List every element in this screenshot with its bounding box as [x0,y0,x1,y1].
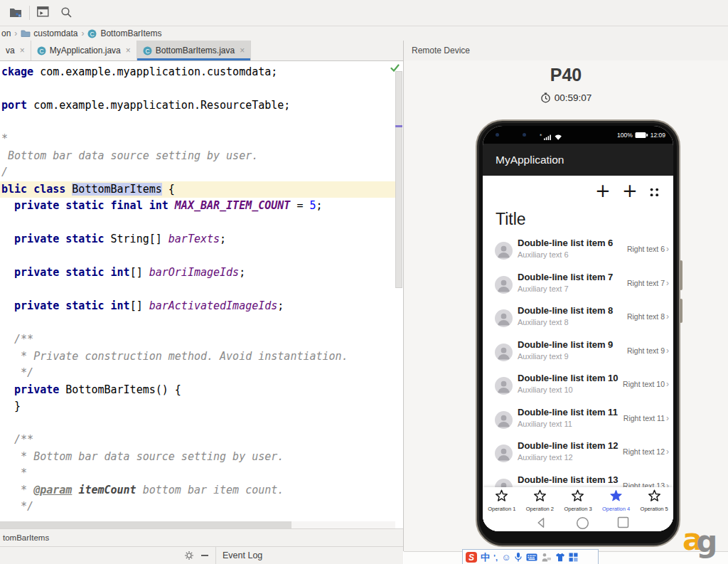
avatar [495,242,513,260]
operation-1[interactable]: Operation 1 [483,487,521,514]
code-line: /** [1,432,33,449]
code-token: /** [1,433,33,446]
operation-label: Operation 5 [641,506,668,512]
code-token: */ [1,500,33,513]
list-item-title: Double-line list item 6 [518,238,613,248]
list-item-title: Double-line list item 13 [518,474,619,485]
volume-button [680,260,682,290]
main-toolbar [0,0,728,26]
avatar [495,411,513,429]
recents-icon[interactable] [617,516,631,531]
app-title: MyApplication [496,154,564,166]
grid-menu-icon[interactable] [650,187,659,196]
code-line: * [1,131,8,148]
add-icon[interactable]: + [622,180,638,201]
grid-icon[interactable] [569,552,578,563]
keyboard-icon[interactable] [526,552,537,563]
breadcrumb-item[interactable]: on [1,28,11,38]
status-path[interactable]: tomBarItems [3,533,49,542]
smiley-icon[interactable]: ☺ [501,552,510,563]
star-icon [648,489,661,505]
stopwatch-icon [540,92,551,103]
breadcrumb-separator: › [81,28,84,38]
code-token: BottomBarItems [72,183,161,196]
camera-dot [496,133,499,137]
close-icon[interactable]: × [20,46,25,55]
right-text-label: Right text 9 [627,346,665,355]
list-item-subtitle: Auxiliary text 9 [518,352,569,361]
code-token: MAX_BAR_ITEM_COUNT [175,199,291,212]
code-token: */ [1,366,33,379]
tab-label: va [6,46,15,55]
star-icon-filled [609,489,623,505]
code-token: [] [130,299,149,312]
battery-icon [635,129,648,141]
operation-5[interactable]: Operation 5 [635,487,673,514]
list-item-subtitle: Auxiliary text 11 [518,420,572,428]
code-line: private BottomBarItems() { [1,382,181,399]
list-item[interactable]: Double-line list item 10Auxiliary text 1… [483,371,673,405]
code-editor[interactable]: ckage com.example.myapplication.customda… [0,61,403,521]
inspection-ok-icon[interactable] [390,62,400,70]
list-item[interactable]: Double-line list item 6Auxiliary text 6R… [483,235,673,270]
list-item[interactable]: Double-line list item 7Auxiliary text 7R… [483,270,673,304]
code-token: blic class [1,183,72,196]
bottom-bar-separator [215,547,216,564]
search-icon[interactable] [60,6,73,19]
project-structure-icon[interactable] [9,6,22,19]
operation-3[interactable]: Operation 3 [559,487,597,514]
list-item[interactable]: Double-line list item 11Auxiliary text 1… [483,405,673,439]
code-token: com.example.myapplication.ResourceTable; [33,99,290,112]
operation-2[interactable]: Operation 2 [521,487,560,514]
code-line: */ [1,499,33,516]
app-title-bar: MyApplication [483,144,673,176]
code-line: * Private construction method. Avoid ins… [1,348,348,366]
toolbar-separator [29,6,30,20]
editor-vertical-scrollbar[interactable] [395,71,402,288]
event-log-button[interactable]: Event Log [223,550,262,560]
tab-va[interactable]: va× [0,41,31,60]
apostrophe-icon[interactable]: ’, [493,552,498,563]
tool-window-icon[interactable] [37,6,50,19]
operation-4[interactable]: Operation 4 [597,487,636,514]
operation-label: Operation 3 [564,506,592,512]
svg-text:C: C [90,30,95,37]
breadcrumb-separator: › [14,28,17,38]
minimize-icon[interactable] [201,555,208,556]
code-token: bottom bar item count. [136,484,284,496]
phone-screen[interactable]: * 100% 12:09 MyApplication + + Title Dou… [483,126,673,531]
breadcrumb-item[interactable]: BottomBarItems [100,28,161,38]
skin-shirt-icon[interactable] [555,552,565,563]
home-icon[interactable] [576,516,590,531]
code-token: * Bottom bar data source setting by user… [1,450,284,463]
pinyin-zh-icon[interactable]: 中 [481,552,490,563]
editor-horizontal-scrollbar[interactable] [0,521,291,528]
gear-icon[interactable] [184,550,194,560]
sogou-s-icon[interactable]: S [466,552,477,563]
right-text-label: Right text 8 [627,312,665,321]
scrollbar-usage-mark [395,125,402,127]
back-icon[interactable] [535,516,549,531]
close-icon[interactable]: × [240,46,245,55]
folder-icon [21,29,31,38]
handwriting-icon[interactable] [541,552,552,563]
list-item[interactable]: Double-line list item 8Auxiliary text 8R… [483,303,673,337]
microphone-icon[interactable] [514,552,523,563]
breadcrumb: on›customdata›CBottomBarItems [0,28,161,38]
list-item[interactable]: Double-line list item 12Auxiliary text 1… [483,438,673,472]
add-icon[interactable]: + [595,180,611,201]
list-item[interactable]: Double-line list item 9Auxiliary text 9R… [483,337,673,371]
class-icon: C [37,46,46,55]
tab-bottombaritems-java[interactable]: CBottomBarItems.java× [137,41,251,60]
bottom-operation-bar: Operation 1Operation 2Operation 3Operati… [483,487,673,514]
ime-toolbar: S中’,☺ [462,549,599,564]
code-line: ckage com.example.myapplication.customda… [1,64,277,81]
breadcrumb-item[interactable]: customdata [33,28,77,38]
tab-myapplication-java[interactable]: CMyApplication.java× [31,41,137,60]
class-icon: C [87,29,97,38]
device-name: P40 [404,65,728,85]
clock-time: 12:09 [651,132,665,139]
close-icon[interactable]: × [126,46,131,55]
list-item-title: Double-line list item 9 [518,339,613,350]
code-line: private static String[] barTexts; [1,231,226,248]
